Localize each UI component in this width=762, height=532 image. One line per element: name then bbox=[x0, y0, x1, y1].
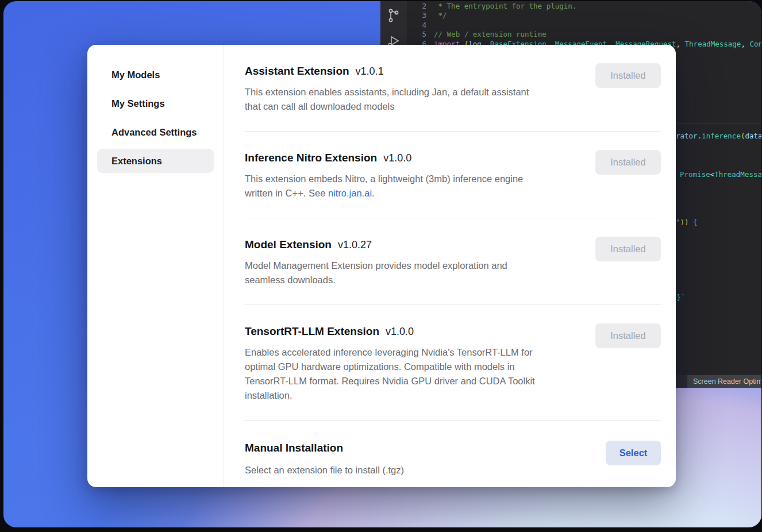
extension-name: Inference Nitro Extension bbox=[245, 152, 377, 164]
extension-entry: Model Extensionv1.0.27Model Management E… bbox=[245, 218, 661, 305]
code-token: rator bbox=[676, 132, 698, 140]
code-token: * The entrypoint for the plugin. bbox=[434, 2, 576, 10]
code-line: 3 */ bbox=[407, 11, 761, 20]
sidebar-item-my-settings[interactable]: My Settings bbox=[97, 91, 214, 115]
extension-version: v1.0.1 bbox=[356, 65, 384, 77]
app-window: 2 * The entrypoint for the plugin.3 */45… bbox=[3, 1, 761, 527]
source-control-icon[interactable] bbox=[387, 8, 401, 23]
extensions-list: Assistant Extensionv1.0.1This extension … bbox=[224, 45, 676, 487]
extension-entry: Assistant Extensionv1.0.1This extension … bbox=[245, 45, 661, 132]
code-token: , bbox=[741, 40, 749, 48]
extension-version: v1.0.0 bbox=[386, 326, 414, 337]
code-token: ` bbox=[681, 293, 686, 302]
extension-entry: TensortRT-LLM Extensionv1.0.0Enables acc… bbox=[245, 305, 661, 421]
extension-name: Model Extension bbox=[245, 238, 332, 250]
extension-name: Manual Installation bbox=[245, 442, 343, 454]
code-text bbox=[434, 21, 761, 30]
code-token: Promise bbox=[680, 170, 710, 179]
code-token: { bbox=[693, 218, 698, 226]
extension-version: v1.0.0 bbox=[383, 152, 411, 164]
select-button[interactable]: Select bbox=[606, 441, 661, 465]
code-text: // Web / extension runtime bbox=[434, 30, 761, 39]
code-token: // Web / extension runtime bbox=[434, 30, 547, 38]
extension-description: This extension enables assistants, inclu… bbox=[245, 85, 590, 114]
extension-entry: Manual InstallationSelect an extension f… bbox=[245, 421, 661, 487]
code-fragment: rator.inference(data)); bbox=[676, 132, 761, 141]
sidebar-item-extensions[interactable]: Extensions bbox=[97, 149, 214, 173]
line-number: 3 bbox=[407, 11, 434, 20]
code-token: ContentType bbox=[749, 40, 761, 48]
extension-description: Enables accelerated inference leveraging… bbox=[245, 345, 590, 403]
code-line: 4 bbox=[407, 21, 761, 30]
line-number: 5 bbox=[407, 30, 434, 39]
installed-button: Installed bbox=[595, 237, 661, 261]
code-token: */ bbox=[434, 11, 447, 20]
sidebar-item-my-models[interactable]: My Models bbox=[97, 63, 214, 87]
extension-version: v1.0.27 bbox=[338, 239, 372, 250]
line-number: 4 bbox=[407, 21, 434, 30]
code-token: )) bbox=[680, 218, 694, 226]
code-token: " bbox=[676, 218, 680, 226]
settings-panel: My ModelsMy SettingsAdvanced SettingsExt… bbox=[87, 45, 676, 487]
code-fragment: Promise<ThreadMessage> bbox=[680, 170, 761, 179]
code-line: 5// Web / extension runtime bbox=[407, 30, 761, 39]
code-token: ThreadMessage bbox=[685, 40, 741, 48]
code-token: data bbox=[745, 132, 761, 140]
extension-description: Select an extension file to install (.tg… bbox=[245, 463, 590, 477]
code-text: * The entrypoint for the plugin. bbox=[434, 2, 761, 11]
extension-name: TensortRT-LLM Extension bbox=[245, 325, 379, 337]
extension-description: This extension embeds Nitro, a lightweig… bbox=[245, 172, 590, 201]
installed-button: Installed bbox=[595, 150, 661, 175]
settings-sidebar: My ModelsMy SettingsAdvanced SettingsExt… bbox=[87, 45, 224, 487]
code-token: inference bbox=[702, 132, 741, 140]
code-fragment: ")) { bbox=[676, 218, 698, 227]
installed-button: Installed bbox=[595, 323, 661, 348]
code-line: 2 * The entrypoint for the plugin. bbox=[407, 2, 761, 11]
extension-entry: Inference Nitro Extensionv1.0.0This exte… bbox=[245, 132, 661, 218]
extension-title: Manual Installation bbox=[245, 441, 661, 455]
code-token: , bbox=[676, 40, 685, 48]
code-text: */ bbox=[434, 11, 761, 20]
code-token: ThreadMessage bbox=[714, 170, 761, 179]
extension-name: Assistant Extension bbox=[245, 65, 349, 77]
line-number: 2 bbox=[407, 2, 434, 11]
extension-description: Model Management Extension provides mode… bbox=[245, 259, 590, 287]
installed-button: Installed bbox=[595, 63, 661, 88]
extension-link[interactable]: nitro.jan.ai bbox=[328, 188, 372, 198]
sidebar-item-advanced-settings[interactable]: Advanced Settings bbox=[97, 120, 214, 144]
screen-reader-status[interactable]: Screen Reader Optimized bbox=[687, 375, 761, 388]
